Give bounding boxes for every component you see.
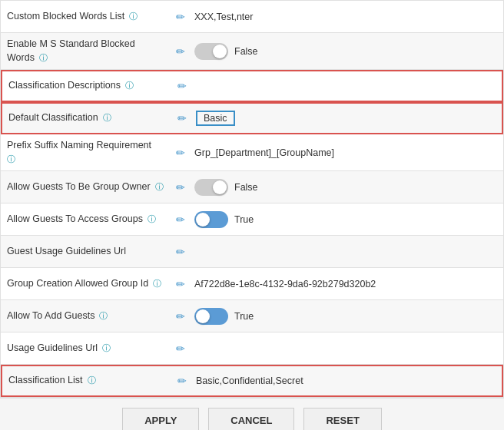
row-default-classification: Default Classification ⓘ✏Basic [1,102,503,134]
edit-icon-enable-ms-standard[interactable]: ✏ [176,45,185,58]
row-allow-to-add-guests: Allow To Add Guests ⓘ✏True [1,300,503,332]
edit-icon-allow-to-add-guests[interactable]: ✏ [176,310,185,322]
row-classification-descriptions: Classification Descriptions ⓘ✏ [1,70,503,102]
row-allow-guests-group-owner: Allow Guests To Be Group Owner ⓘ✏False [1,171,503,203]
toggle-allow-guests-access-groups[interactable] [194,211,228,228]
reset-button[interactable]: RESET [303,408,381,430]
info-icon-prefix-suffix-naming[interactable]: ⓘ [7,154,15,164]
info-icon-allow-guests-group-owner[interactable]: ⓘ [153,182,164,191]
toggle-enable-ms-standard[interactable] [194,43,228,60]
edit-icon-guest-usage-guidelines-url[interactable]: ✏ [176,246,185,258]
info-icon-enable-ms-standard[interactable]: ⓘ [37,53,48,62]
value-cell-group-creation-allowed: ✏Af722d8e-1e8c-4132-9da6-92b279d320b2 [170,273,503,295]
edit-icon-classification-descriptions[interactable]: ✏ [177,80,187,92]
edit-icon-allow-guests-group-owner[interactable]: ✏ [176,181,185,194]
info-icon-allow-to-add-guests[interactable]: ⓘ [97,311,108,320]
value-cell-allow-guests-group-owner: ✏False [170,174,503,200]
apply-button[interactable]: APPLY [122,408,199,430]
value-cell-allow-guests-access-groups: ✏True [170,207,503,233]
row-enable-ms-standard: Enable M S Standard Blocked Words ⓘ✏Fals… [1,33,503,70]
value-cell-guest-usage-guidelines-url: ✏ [170,241,503,263]
info-icon-classification-descriptions[interactable]: ⓘ [123,81,134,90]
label-guest-usage-guidelines-url: Guest Usage Guidelines Url [1,240,170,263]
value-cell-allow-to-add-guests: ✏True [170,303,503,329]
rows-wrapper: Custom Blocked Words List ⓘ✏XXX,Test,nte… [0,0,504,398]
value-text-allow-guests-group-owner: False [234,182,258,193]
value-cell-usage-guidelines-url: ✏ [170,338,503,359]
label-classification-list: Classification List ⓘ [2,369,171,392]
edit-icon-classification-list[interactable]: ✏ [177,375,187,387]
value-cell-default-classification: ✏Basic [171,106,502,131]
label-group-creation-allowed: Group Creation Allowed Group Id ⓘ [1,273,170,296]
value-text-enable-ms-standard: False [234,46,258,57]
value-cell-enable-ms-standard: ✏False [170,38,503,64]
edit-icon-allow-guests-access-groups[interactable]: ✏ [176,213,185,226]
toggle-thumb-allow-to-add-guests [196,309,210,323]
label-prefix-suffix-naming: Prefix Suffix Naming Requirement ⓘ [1,134,170,170]
info-icon-classification-list[interactable]: ⓘ [85,375,96,385]
value-text-prefix-suffix-naming: Grp_[Department]_[GroupName] [194,147,334,158]
value-text-custom-blocked-words: XXX,Test,nter [194,12,253,22]
row-prefix-suffix-naming: Prefix Suffix Naming Requirement ⓘ✏Grp_[… [1,134,503,171]
value-text-allow-to-add-guests: True [234,311,254,322]
toggle-thumb-allow-guests-group-owner [213,180,227,194]
row-guest-usage-guidelines-url: Guest Usage Guidelines Url✏ [1,236,503,268]
value-cell-classification-list: ✏Basic,Confidential,Secret [171,370,502,392]
label-allow-guests-access-groups: Allow Guests To Access Groups ⓘ [1,208,170,231]
value-cell-custom-blocked-words: ✏XXX,Test,nter [170,6,503,28]
row-custom-blocked-words: Custom Blocked Words List ⓘ✏XXX,Test,nte… [1,1,503,33]
info-icon-custom-blocked-words[interactable]: ⓘ [127,12,138,21]
value-cell-prefix-suffix-naming: ✏Grp_[Department]_[GroupName] [170,142,503,164]
edit-icon-usage-guidelines-url[interactable]: ✏ [176,342,185,355]
value-boxed-default-classification: Basic [196,111,235,126]
info-icon-group-creation-allowed[interactable]: ⓘ [151,279,161,288]
value-text-classification-list: Basic,Confidential,Secret [196,375,303,386]
toggle-allow-guests-group-owner[interactable] [194,179,228,196]
edit-icon-group-creation-allowed[interactable]: ✏ [176,278,185,290]
label-allow-to-add-guests: Allow To Add Guests ⓘ [1,305,170,328]
info-icon-default-classification[interactable]: ⓘ [101,113,111,122]
label-allow-guests-group-owner: Allow Guests To Be Group Owner ⓘ [1,176,170,199]
row-allow-guests-access-groups: Allow Guests To Access Groups ⓘ✏True [1,203,503,236]
cancel-button[interactable]: CANCEL [208,408,294,430]
info-icon-allow-guests-access-groups[interactable]: ⓘ [145,214,156,223]
toggle-thumb-enable-ms-standard [213,45,227,58]
label-custom-blocked-words: Custom Blocked Words List ⓘ [1,5,170,28]
label-usage-guidelines-url: Usage Guidelines Url ⓘ [1,337,170,360]
info-icon-usage-guidelines-url[interactable]: ⓘ [100,343,111,352]
value-text-allow-guests-access-groups: True [234,214,254,225]
label-enable-ms-standard: Enable M S Standard Blocked Words ⓘ [1,33,170,69]
edit-icon-custom-blocked-words[interactable]: ✏ [176,11,185,23]
value-text-group-creation-allowed: Af722d8e-1e8c-4132-9da6-92b279d320b2 [194,279,376,289]
row-usage-guidelines-url: Usage Guidelines Url ⓘ✏ [1,332,503,365]
row-classification-list: Classification List ⓘ✏Basic,Confidential… [1,365,503,397]
settings-container: Custom Blocked Words List ⓘ✏XXX,Test,nte… [0,0,504,430]
toggle-allow-to-add-guests[interactable] [194,308,228,325]
value-cell-classification-descriptions: ✏ [171,75,502,97]
row-group-creation-allowed: Group Creation Allowed Group Id ⓘ✏Af722d… [1,268,503,300]
label-default-classification: Default Classification ⓘ [2,107,171,130]
edit-icon-prefix-suffix-naming[interactable]: ✏ [176,147,185,159]
footer: APPLY CANCEL RESET [0,398,504,430]
label-classification-descriptions: Classification Descriptions ⓘ [2,74,171,98]
toggle-thumb-allow-guests-access-groups [196,213,210,227]
edit-icon-default-classification[interactable]: ✏ [177,112,187,124]
